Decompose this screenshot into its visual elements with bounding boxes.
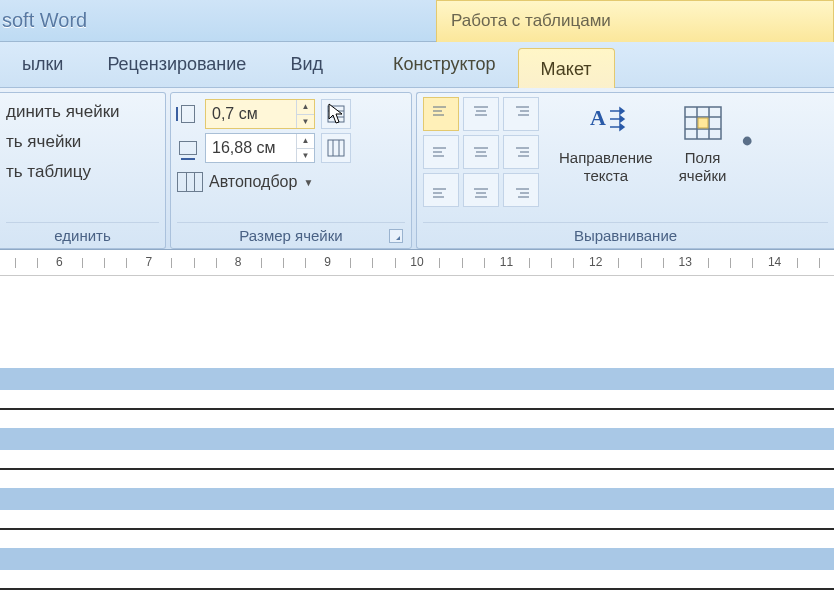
align-top-center[interactable] — [463, 97, 499, 131]
autofit-label: Автоподбор — [209, 173, 297, 191]
cell-margins-label: Поля ячейки — [679, 149, 727, 185]
ruler-number: 8 — [235, 255, 242, 269]
group-label-cellsize: Размер ячейки — [177, 222, 405, 248]
table-row[interactable] — [0, 428, 834, 450]
tab-view[interactable]: Вид — [268, 41, 345, 87]
align-bot-right[interactable] — [503, 173, 539, 207]
table-row[interactable] — [0, 368, 834, 390]
align-bot-left[interactable] — [423, 173, 459, 207]
merge-cells-button[interactable]: динить ячейки — [6, 97, 159, 127]
align-bot-center[interactable] — [463, 173, 499, 207]
svg-marker-37 — [620, 116, 624, 122]
text-direction-icon: A — [584, 101, 628, 145]
align-top-right[interactable] — [503, 97, 539, 131]
table-row[interactable] — [0, 488, 834, 510]
svg-rect-45 — [698, 118, 708, 128]
autofit-icon — [177, 172, 203, 192]
ruler-number: 10 — [410, 255, 423, 269]
distribute-rows-button[interactable] — [321, 99, 351, 129]
tab-layout[interactable]: Макет — [518, 48, 615, 88]
table-border — [0, 588, 834, 590]
ruler-number: 12 — [589, 255, 602, 269]
split-cells-button[interactable]: ть ячейки — [6, 127, 159, 157]
cellsize-dialog-launcher[interactable] — [389, 229, 403, 243]
svg-rect-3 — [328, 140, 344, 156]
tab-review[interactable]: Рецензирование — [85, 41, 268, 87]
chevron-down-icon: ▼ — [303, 177, 313, 188]
svg-text:A: A — [590, 105, 606, 130]
svg-point-46 — [743, 136, 752, 145]
autofit-button[interactable]: Автоподбор ▼ — [177, 165, 405, 199]
col-width-up[interactable]: ▲ — [297, 134, 314, 149]
ribbon: динить ячейки ть ячейки ть таблицу едини… — [0, 88, 834, 250]
ruler-number: 6 — [56, 255, 63, 269]
col-width-icon — [177, 137, 199, 159]
table-row[interactable] — [0, 548, 834, 570]
ruler-number: 11 — [500, 255, 513, 269]
col-width-value: 16,88 см — [212, 139, 275, 157]
ruler-number: 14 — [768, 255, 781, 269]
distribute-cols-button[interactable] — [321, 133, 351, 163]
tab-links[interactable]: ылки — [0, 41, 85, 87]
align-mid-right[interactable] — [503, 135, 539, 169]
table-tools-title: Работа с таблицами — [436, 0, 834, 42]
group-label-alignment: Выравнивание — [423, 222, 828, 248]
table-border — [0, 528, 834, 530]
table-border — [0, 408, 834, 410]
svg-rect-0 — [328, 106, 344, 122]
ribbon-tabs: ылки Рецензирование Вид Конструктор Маке… — [0, 42, 834, 88]
row-height-down[interactable]: ▼ — [297, 115, 314, 129]
col-width-down[interactable]: ▼ — [297, 149, 314, 163]
row-height-value: 0,7 см — [212, 105, 258, 123]
ruler-number: 7 — [145, 255, 152, 269]
document-area[interactable] — [0, 276, 834, 614]
svg-marker-39 — [620, 124, 624, 130]
overflow-button[interactable] — [746, 97, 766, 207]
align-mid-left[interactable] — [423, 135, 459, 169]
table-border — [0, 468, 834, 470]
ruler-number: 9 — [324, 255, 331, 269]
group-alignment: A Направление текста — [416, 92, 834, 249]
app-title: soft Word — [0, 9, 87, 32]
cell-margins-icon — [681, 101, 725, 145]
align-mid-center[interactable] — [463, 135, 499, 169]
group-label-merge: единить — [6, 222, 159, 248]
group-cell-size: 0,7 см ▲ ▼ 16,88 см ▲ — [170, 92, 412, 249]
cell-margins-button[interactable]: Поля ячейки — [673, 97, 733, 207]
overflow-icon — [734, 101, 778, 145]
group-merge: динить ячейки ть ячейки ть таблицу едини… — [0, 92, 166, 249]
col-width-input[interactable]: 16,88 см ▲ ▼ — [205, 133, 315, 163]
alignment-grid — [423, 97, 539, 207]
tab-design[interactable]: Конструктор — [371, 41, 518, 87]
row-height-up[interactable]: ▲ — [297, 100, 314, 115]
align-top-left[interactable] — [423, 97, 459, 131]
split-table-button[interactable]: ть таблицу — [6, 157, 159, 187]
row-height-icon — [177, 103, 199, 125]
horizontal-ruler[interactable]: 56789101112131415 — [0, 250, 834, 276]
text-direction-label: Направление текста — [559, 149, 653, 185]
svg-marker-35 — [620, 108, 624, 114]
text-direction-button[interactable]: A Направление текста — [553, 97, 659, 207]
row-height-input[interactable]: 0,7 см ▲ ▼ — [205, 99, 315, 129]
ruler-number: 13 — [679, 255, 692, 269]
